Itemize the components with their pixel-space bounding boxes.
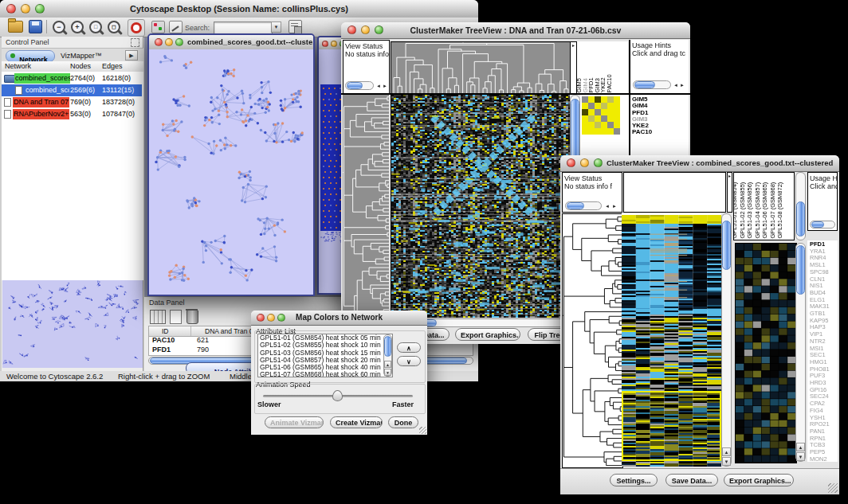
- annotation-icon[interactable]: [169, 21, 183, 33]
- attribute-list[interactable]: GPL51-01 (GSM854) heat shock 05 minGPL51…: [257, 334, 393, 377]
- tab-overflow-button[interactable]: ▶: [125, 50, 138, 61]
- close-icon[interactable]: [347, 25, 356, 34]
- resize-grip[interactable]: [419, 427, 426, 434]
- tv1-usage-hscrollbar[interactable]: [633, 80, 671, 89]
- create-vizmap-button[interactable]: Create Vizmap: [330, 416, 383, 428]
- move-up-button[interactable]: ∧: [397, 342, 421, 353]
- search-input[interactable]: [214, 21, 273, 34]
- zoom-window-icon[interactable]: [175, 38, 183, 46]
- close-icon[interactable]: [567, 158, 575, 167]
- new-attribute-icon[interactable]: [170, 310, 182, 324]
- expand-icon[interactable]: ►: [571, 44, 575, 48]
- col-edges[interactable]: Edges: [102, 62, 123, 70]
- minimize-icon[interactable]: [21, 4, 30, 14]
- attribute-item[interactable]: GPL51-02 (GSM855) heat shock 10 min: [260, 342, 392, 349]
- attribute-item[interactable]: GPL51-07 (GSM868) heat shock 60 min: [260, 371, 392, 377]
- scroll-up-icon[interactable]: ▲: [796, 443, 805, 451]
- data-table-icon[interactable]: [150, 310, 166, 324]
- close-icon[interactable]: [322, 41, 328, 47]
- tv1-heatmap[interactable]: [391, 95, 570, 318]
- tv2-heatmap-vscrollbar[interactable]: ▲ ▼: [721, 213, 732, 467]
- attribute-item[interactable]: GPL51-03 (GSM856) heat shock 15 min: [260, 350, 392, 357]
- scrollbar-thumb[interactable]: [384, 336, 391, 357]
- zoom-fit-icon[interactable]: ◻: [108, 21, 120, 33]
- minimize-icon[interactable]: [165, 38, 173, 46]
- treeview1-titlebar[interactable]: ClusterMaker TreeView : DNA and Tran 07-…: [341, 22, 690, 39]
- tv1-row-dendrogram[interactable]: [343, 95, 389, 318]
- table-row-dna-tran[interactable]: DNA and Tran 07 769(0) 183728(0): [2, 96, 142, 108]
- tv2-status-hscrollbar[interactable]: [565, 201, 602, 210]
- scroll-down-icon[interactable]: ▼: [384, 369, 391, 376]
- tab-network[interactable]: Network: [6, 50, 55, 62]
- save-session-icon[interactable]: [29, 20, 42, 33]
- minimize-icon[interactable]: [331, 41, 337, 47]
- float-panel-icon[interactable]: [131, 38, 139, 47]
- scroll-up-icon[interactable]: ▲: [722, 447, 731, 456]
- tv2-column-tree-area[interactable]: [623, 172, 726, 213]
- minimize-icon[interactable]: [267, 314, 275, 322]
- scroll-left-icon[interactable]: ◄: [376, 84, 381, 88]
- scroll-right-icon[interactable]: ►: [612, 204, 617, 209]
- network-canvas-1[interactable]: [149, 49, 313, 295]
- tv1-column-dendrogram[interactable]: [391, 41, 571, 94]
- search-dropdown-icon[interactable]: ▼: [271, 21, 281, 33]
- export-graphics-button[interactable]: Export Graphics...: [724, 474, 794, 486]
- scroll-right-icon[interactable]: ►: [680, 83, 685, 88]
- minimize-icon[interactable]: [580, 158, 589, 167]
- tab-vizmapper[interactable]: VizMapper™: [61, 52, 102, 60]
- resize-grip[interactable]: [828, 483, 838, 493]
- open-session-icon[interactable]: [8, 21, 23, 33]
- tv1-splitter-strip[interactable]: ►: [571, 41, 577, 94]
- attribute-item[interactable]: GPL51-04 (GSM857) heat shock 20 min: [260, 357, 392, 364]
- tv2-row-dendrogram[interactable]: [562, 213, 623, 468]
- col-id[interactable]: ID: [162, 327, 169, 335]
- col-nodes[interactable]: Nodes: [70, 62, 91, 70]
- scrollbar-thumb[interactable]: [722, 221, 731, 270]
- scroll-up-icon[interactable]: ▲: [384, 361, 391, 368]
- close-icon[interactable]: [6, 4, 16, 14]
- close-icon[interactable]: [155, 38, 163, 46]
- save-data-button[interactable]: Save Data...: [665, 474, 718, 486]
- zoom-window-icon[interactable]: [594, 158, 603, 167]
- scrollbar-thumb[interactable]: [796, 201, 805, 236]
- animate-vizmap-button[interactable]: Animate Vizmap: [265, 416, 324, 428]
- attribute-item[interactable]: GPL51-01 (GSM854) heat shock 05 min: [260, 334, 392, 342]
- help-lifering-icon[interactable]: [128, 19, 145, 37]
- close-icon[interactable]: [257, 314, 265, 322]
- attribute-item[interactable]: GPL51-06 (GSM865) heat shock 40 min: [260, 364, 392, 371]
- table-row-combined-scores[interactable]: combined_scores 2764(0) 16218(0): [2, 72, 142, 84]
- attribute-list-vscrollbar[interactable]: ▲ ▼: [383, 334, 392, 377]
- zoom-window-icon[interactable]: [35, 4, 45, 14]
- col-network[interactable]: Network: [5, 62, 31, 70]
- tv2-splitter-strip[interactable]: ►: [727, 172, 732, 213]
- network-overview-thumbnail[interactable]: [2, 280, 143, 368]
- scrollbar-thumb[interactable]: [796, 245, 805, 295]
- tv1-mini-heatmap[interactable]: [582, 96, 620, 135]
- settings-button[interactable]: Settings...: [610, 474, 658, 486]
- zoom-window-icon[interactable]: [375, 25, 383, 34]
- scroll-down-icon[interactable]: ▼: [796, 452, 805, 461]
- expand-icon[interactable]: ►: [728, 174, 732, 178]
- scroll-left-icon[interactable]: ◄: [673, 83, 678, 88]
- tv2-zoom-vscrollbar[interactable]: ▲ ▼: [795, 243, 806, 462]
- dialog-titlebar[interactable]: Map Colors to Network: [251, 311, 427, 326]
- table-row-combined-sco-selected[interactable]: combined_sco 2569(6) 13112(15): [2, 84, 142, 96]
- trash-icon[interactable]: [186, 310, 198, 324]
- notes-icon[interactable]: [289, 20, 302, 33]
- main-titlebar[interactable]: Cytoscape Desktop (Session Name: collins…: [0, 0, 478, 18]
- treeview2-titlebar[interactable]: ClusterMaker TreeView : combined_scores_…: [560, 155, 839, 172]
- tv2-heatmap[interactable]: [622, 213, 721, 467]
- done-button[interactable]: Done: [388, 416, 418, 428]
- speed-slider-thumb[interactable]: [332, 390, 343, 401]
- tv2-zoom-heatmap[interactable]: [735, 243, 797, 463]
- minimize-icon[interactable]: [361, 25, 370, 34]
- zoom-in-icon[interactable]: +: [71, 21, 84, 33]
- network1-titlebar[interactable]: combined_scores_good.txt--cluste...: [149, 35, 313, 50]
- zoom-selected-icon[interactable]: □: [89, 21, 102, 33]
- move-down-button[interactable]: ∨: [397, 356, 421, 366]
- scroll-down-icon[interactable]: ▼: [722, 457, 731, 466]
- tv2-labels-vscrollbar[interactable]: [795, 172, 806, 240]
- table-row-rnapuber[interactable]: RNAPuberNov2+ 563(0) 107847(0): [2, 108, 142, 120]
- export-graphics-button[interactable]: Export Graphics...: [455, 328, 520, 341]
- zoom-window-icon[interactable]: [277, 314, 285, 322]
